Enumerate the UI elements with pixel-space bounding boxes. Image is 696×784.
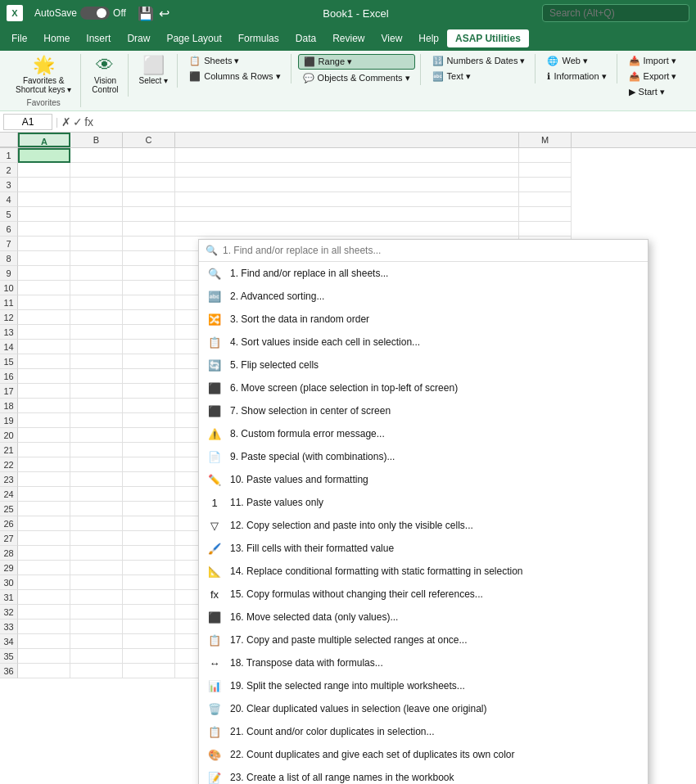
cell-b26[interactable] — [70, 516, 123, 531]
cell-b18[interactable] — [70, 399, 123, 413]
cell-b21[interactable] — [70, 443, 123, 457]
dropdown-item-19[interactable]: 📊19. Split the selected range into multi… — [199, 674, 648, 697]
cell-b6[interactable] — [70, 222, 123, 237]
cell-a33[interactable] — [18, 620, 70, 634]
dropdown-item-16[interactable]: ⬛16. Move selected data (only values)... — [199, 606, 648, 629]
cell-b30[interactable] — [70, 575, 123, 590]
search-input[interactable] — [542, 4, 689, 22]
cell-a35[interactable] — [18, 649, 70, 664]
dropdown-item-22[interactable]: 🎨22. Count duplicates and give each set … — [199, 743, 648, 766]
numbers-dates-btn[interactable]: 🔢 Numbers & Dates ▾ — [427, 54, 531, 68]
cell-b31[interactable] — [70, 590, 123, 605]
dropdown-item-15[interactable]: fx15. Copy formulas without changing the… — [199, 583, 648, 606]
dropdown-item-14[interactable]: 📐14. Replace conditional formatting with… — [199, 560, 648, 583]
cell-c24[interactable] — [123, 487, 175, 502]
cell-m5[interactable] — [519, 207, 572, 222]
autosave-toggle[interactable] — [80, 7, 110, 20]
import-btn[interactable]: 📥 Import ▾ — [624, 54, 682, 68]
dropdown-item-7[interactable]: ⬛7. Show selection in center of screen — [199, 399, 648, 422]
cell-c14[interactable] — [123, 340, 175, 354]
information-btn[interactable]: ℹ Information ▾ — [542, 70, 611, 83]
cell-c25[interactable] — [123, 502, 175, 516]
cell-c6[interactable] — [123, 222, 175, 237]
menu-asap-utilities[interactable]: ASAP Utilities — [447, 29, 529, 47]
cell-reference-input[interactable] — [3, 114, 52, 130]
cell-b3[interactable] — [70, 178, 123, 192]
cell-c34[interactable] — [123, 634, 175, 649]
export-btn[interactable]: 📤 Export ▾ — [624, 70, 682, 83]
cell-c28[interactable] — [123, 546, 175, 561]
cell-c3[interactable] — [123, 178, 175, 192]
cell-a25[interactable] — [18, 502, 70, 516]
select-btn[interactable]: ⬜ Select ▾ — [135, 54, 173, 88]
cell-c7[interactable] — [123, 237, 175, 251]
cell-b24[interactable] — [70, 487, 123, 502]
cell-c32[interactable] — [123, 605, 175, 620]
cell-c22[interactable] — [123, 457, 175, 472]
undo-icon[interactable]: ↩ — [159, 6, 169, 21]
cell-c12[interactable] — [123, 310, 175, 325]
cell-c19[interactable] — [123, 413, 175, 428]
confirm-formula-icon[interactable]: ✓ — [73, 115, 83, 128]
cell-m1[interactable] — [519, 148, 572, 163]
cell-c17[interactable] — [123, 384, 175, 399]
cell-b35[interactable] — [70, 649, 123, 664]
cell-a18[interactable] — [18, 399, 70, 413]
dropdown-item-12[interactable]: ▽12. Copy selection and paste into only … — [199, 514, 648, 537]
cell-c2[interactable] — [123, 163, 175, 178]
cell-c5[interactable] — [123, 207, 175, 222]
cell-c10[interactable] — [123, 281, 175, 295]
cell-a29[interactable] — [18, 561, 70, 575]
cell-c16[interactable] — [123, 369, 175, 384]
menu-file[interactable]: File — [3, 29, 35, 47]
cell-a7[interactable] — [18, 237, 70, 251]
cell-a10[interactable] — [18, 281, 70, 295]
cell-c27[interactable] — [123, 531, 175, 546]
cell-c26[interactable] — [123, 516, 175, 531]
cell-a4[interactable] — [18, 192, 70, 207]
cell-c8[interactable] — [123, 251, 175, 266]
dropdown-item-21[interactable]: 📋21. Count and/or color duplicates in se… — [199, 720, 648, 743]
cell-c1[interactable] — [123, 148, 175, 163]
cell-b5[interactable] — [70, 207, 123, 222]
text-btn[interactable]: 🔤 Text ▾ — [427, 70, 531, 83]
cell-a2[interactable] — [18, 163, 70, 178]
dropdown-item-1[interactable]: 🔍1. Find and/or replace in all sheets... — [199, 262, 648, 285]
cell-c23[interactable] — [123, 472, 175, 487]
dropdown-item-5[interactable]: 🔄5. Flip selected cells — [199, 354, 648, 376]
cell-b19[interactable] — [70, 413, 123, 428]
menu-review[interactable]: Review — [324, 29, 373, 47]
cell-a20[interactable] — [18, 428, 70, 443]
cell-a30[interactable] — [18, 575, 70, 590]
cancel-formula-icon[interactable]: ✗ — [61, 115, 71, 128]
cell-c9[interactable] — [123, 266, 175, 281]
cell-c29[interactable] — [123, 561, 175, 575]
cell-b12[interactable] — [70, 310, 123, 325]
dropdown-item-11[interactable]: 111. Paste values only — [199, 491, 648, 514]
cell-b11[interactable] — [70, 295, 123, 310]
columns-rows-btn[interactable]: ⬛ Columns & Rows ▾ — [184, 70, 285, 83]
cell-c4[interactable] — [123, 192, 175, 207]
cell-c35[interactable] — [123, 649, 175, 664]
dropdown-item-6[interactable]: ⬛6. Move screen (place selection in top-… — [199, 376, 648, 399]
cell-b4[interactable] — [70, 192, 123, 207]
cell-a24[interactable] — [18, 487, 70, 502]
menu-insert[interactable]: Insert — [78, 29, 119, 47]
menu-home[interactable]: Home — [35, 29, 78, 47]
cell-c15[interactable] — [123, 354, 175, 369]
web-btn[interactable]: 🌐 Web ▾ — [542, 54, 611, 68]
start-btn[interactable]: ▶ Start ▾ — [624, 85, 682, 99]
menu-draw[interactable]: Draw — [119, 29, 158, 47]
cell-b20[interactable] — [70, 428, 123, 443]
cell-b29[interactable] — [70, 561, 123, 575]
cell-m6[interactable] — [519, 222, 572, 237]
cell-a15[interactable] — [18, 354, 70, 369]
cell-a23[interactable] — [18, 472, 70, 487]
cell-a14[interactable] — [18, 340, 70, 354]
cell-b23[interactable] — [70, 472, 123, 487]
cell-b13[interactable] — [70, 325, 123, 340]
insert-function-icon[interactable]: fx — [84, 115, 93, 128]
menu-page-layout[interactable]: Page Layout — [158, 29, 229, 47]
cell-b2[interactable] — [70, 163, 123, 178]
cell-b16[interactable] — [70, 369, 123, 384]
